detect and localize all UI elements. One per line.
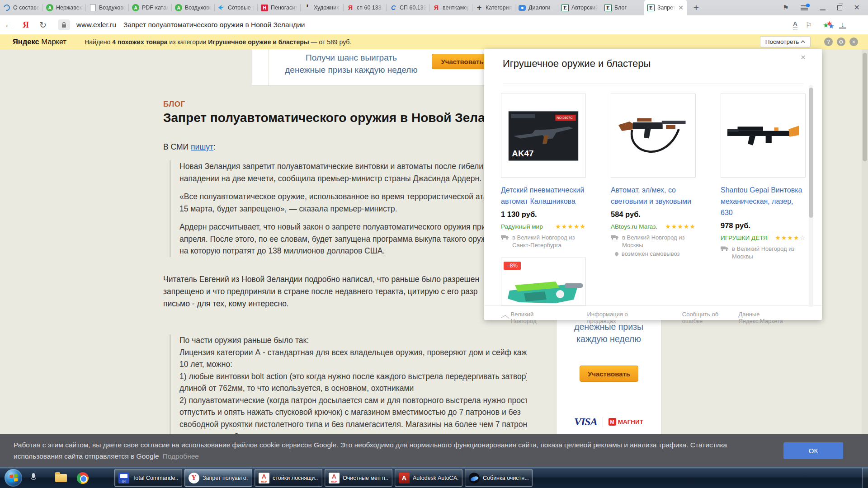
product-image[interactable]: NO.0807C AK47 xyxy=(501,94,586,178)
text-line: 10 лет, можно: xyxy=(179,358,527,371)
add-bookmark-icon[interactable]: ⚐ xyxy=(806,21,812,29)
windows-taskbar: Total Commande... Запрет полуавто... сто… xyxy=(0,467,868,488)
sellers-info-link[interactable]: Информация о продавцах xyxy=(587,311,656,324)
taskbar-app-button[interactable]: Запрет полуавто... xyxy=(184,469,252,487)
restore-button[interactable] xyxy=(837,5,842,10)
location-arrow-icon xyxy=(501,315,509,321)
browser-tab[interactable]: сп 60 133 ✕ xyxy=(344,0,387,15)
cookie-more-link[interactable]: Подробнее xyxy=(163,452,199,460)
seller-name[interactable]: Радужный мир xyxy=(501,223,543,230)
product-image[interactable]: NO.0807C AK47 xyxy=(611,94,696,178)
taskbar-app-button[interactable]: Total Commande... xyxy=(114,469,182,487)
popup-scrollbar-thumb[interactable] xyxy=(809,88,813,218)
tab-close-icon[interactable]: ✕ xyxy=(678,4,684,11)
popup-city-link[interactable]: Великий Новгород xyxy=(503,311,559,324)
browser-tab[interactable]: Категория ✕ xyxy=(472,0,515,15)
product-card[interactable]: NO.0807C AK47 xyxy=(611,94,696,260)
taskbar-app-button[interactable]: Autodesk AutoCA... xyxy=(395,469,462,487)
blog-section-label[interactable]: БЛОГ xyxy=(163,100,185,109)
product-card[interactable]: NO.0807C AK47 xyxy=(501,94,586,260)
cookie-ok-button[interactable]: ОК xyxy=(783,442,843,459)
address-bar[interactable]: www.exler.ru Запрет полуавтоматического … xyxy=(54,18,816,32)
top-ad-banner[interactable]: Получи шанс выиграть денежные призы кажд… xyxy=(252,49,484,86)
browser-tab[interactable]: PDF-катал ✕ xyxy=(129,0,172,15)
market-data-link[interactable]: Данные Яндекс.Маркета xyxy=(738,311,803,324)
browser-tab[interactable]: Авторский ✕ xyxy=(558,0,601,15)
product-card-partial[interactable]: –8% xyxy=(501,258,586,305)
popup-close-icon[interactable]: × xyxy=(801,52,806,62)
yandex-home-button[interactable]: Я xyxy=(17,20,34,30)
shipping-info: в Великий Новгород изМосквы xyxy=(721,245,806,260)
taskbar-app-button[interactable]: стойки лоснящи... xyxy=(255,469,322,487)
banner-participate-button[interactable]: Участвовать xyxy=(432,54,493,69)
popup-footer: Великий Новгород Информация о продавцах … xyxy=(503,311,803,324)
browser-tab[interactable]: Запрет ✕ xyxy=(644,0,687,15)
ssl-lock-icon[interactable] xyxy=(58,19,70,30)
sidebar-participate-button[interactable]: Участвовать xyxy=(580,366,638,382)
tab-label: Блог xyxy=(614,5,641,11)
taskbar-app-button[interactable]: Очистные меп п... xyxy=(325,469,392,487)
tab-label: венткамер xyxy=(443,5,469,11)
extensions-icon[interactable]: ★★★ xyxy=(823,20,835,29)
browser-tab[interactable]: Нержавек ✕ xyxy=(43,0,86,15)
seller-name[interactable]: ИГРУШКИ ДЕТЯМ xyxy=(721,235,768,241)
microphone-icon[interactable] xyxy=(31,473,36,483)
browser-menu-icon[interactable] xyxy=(801,5,808,10)
minimize-button[interactable] xyxy=(820,5,826,10)
downloads-icon[interactable]: ↓ xyxy=(839,21,846,28)
browser-tab[interactable]: СП 60.133 ✕ xyxy=(387,0,429,15)
product-card[interactable]: NO.0807C AK47 xyxy=(721,94,806,260)
quote-block-1: Новая Зеландия запретит полуавтоматическ… xyxy=(170,160,486,257)
explorer-icon[interactable] xyxy=(55,474,67,482)
market-settings-icon[interactable]: ⚙ xyxy=(837,38,845,46)
market-view-button[interactable]: Посмотреть xyxy=(760,36,811,47)
close-window-button[interactable]: ✕ xyxy=(854,4,860,11)
taskbar-app-button[interactable]: Собинка очистн... xyxy=(465,469,533,487)
bookmarks-flag-icon[interactable]: ⚑ xyxy=(783,4,788,12)
browser-tab[interactable]: Пеногасит ✕ xyxy=(258,0,301,15)
browser-tab[interactable]: Художник ✕ xyxy=(301,0,344,15)
url-host[interactable]: www.exler.ru xyxy=(76,21,116,29)
product-image[interactable]: NO.0807C AK47 xyxy=(721,94,806,178)
browser-tab[interactable]: О составе ✕ xyxy=(0,0,43,15)
browser-tab[interactable]: Воздухово ✕ xyxy=(86,0,129,15)
market-close-icon[interactable]: × xyxy=(849,38,858,46)
new-tab-button[interactable]: + xyxy=(687,0,705,15)
intro-line: В СМИ пишут: xyxy=(163,142,216,152)
product-title[interactable]: Автомат, эл/мех, со световыми и звуковым… xyxy=(611,184,696,207)
browser-tab[interactable]: Сотовые р ✕ xyxy=(215,0,258,15)
tab-label: Сотовые р xyxy=(228,5,255,11)
shipping-info: в Великий Новгород изСанкт-Петербурга xyxy=(501,234,586,249)
page-scrollbar[interactable] xyxy=(862,49,868,467)
sidebar-ad-banner[interactable]: денежные призы каждую неделю Участвовать… xyxy=(556,318,661,441)
market-help-icon[interactable]: ? xyxy=(824,38,833,46)
seller-name[interactable]: ABtoys.ru Магаз... xyxy=(611,223,658,230)
product-title[interactable]: Shantou Gepai Винтовка механическая, лаз… xyxy=(721,184,806,218)
show-desktop-button[interactable] xyxy=(862,468,868,488)
start-button[interactable] xyxy=(5,469,22,487)
browser-tab[interactable]: Диалоги ✕ xyxy=(515,0,558,15)
report-error-link[interactable]: Сообщить об ошибке xyxy=(682,311,739,324)
chrome-icon[interactable] xyxy=(77,472,89,484)
browser-tab[interactable]: Воздухово ✕ xyxy=(172,0,215,15)
browser-tab[interactable]: Блог ✕ xyxy=(601,0,644,15)
tab-label: Нержавек xyxy=(56,5,83,11)
refresh-button[interactable]: ↻ xyxy=(34,20,52,30)
tab-favicon xyxy=(218,4,225,11)
page-scrollbar-thumb[interactable] xyxy=(863,53,867,161)
text-line: апреля. После этого, по ее словам, будет… xyxy=(179,233,486,245)
smi-link[interactable]: пишут xyxy=(191,142,213,151)
product-title[interactable]: Детский пневматический автомат Калашнико… xyxy=(501,184,586,207)
text-line: свободной рукоятки пистолетного типа и б… xyxy=(179,418,527,431)
tab-label: Авторский xyxy=(571,5,598,11)
rating-stars: ★★★★★ xyxy=(555,223,586,230)
browser-tab[interactable]: венткамер ✕ xyxy=(429,0,472,15)
yandex-market-logo[interactable]: Яндекс Маркет xyxy=(13,38,66,46)
product-cards: NO.0807C AK47 xyxy=(501,94,806,260)
tab-favicon xyxy=(347,4,354,11)
popup-scrollbar[interactable] xyxy=(809,85,813,307)
browser-tab-bar: О составе ✕ Нержавек ✕ Воздухово ✕ PDF-к… xyxy=(0,0,868,15)
reader-mode-icon[interactable]: A xyxy=(793,20,797,29)
tabs-container: О составе ✕ Нержавек ✕ Воздухово ✕ PDF-к… xyxy=(0,0,687,15)
back-button[interactable]: ← xyxy=(0,20,17,30)
